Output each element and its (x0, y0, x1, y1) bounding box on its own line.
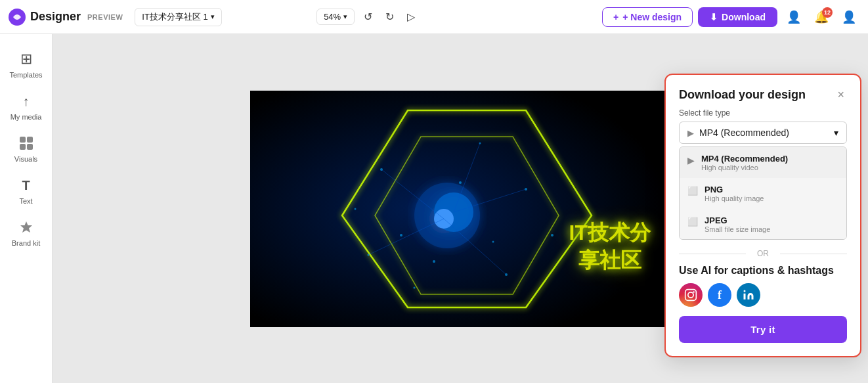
dropdown-item-png[interactable]: ⬜ PNG High quality image (680, 178, 846, 209)
design-title-text: IT技术分享社区 1 (142, 11, 207, 23)
zoom-value: 54% (324, 12, 341, 22)
svg-point-16 (414, 286, 416, 288)
file-type-dropdown: ▶ MP4 (Recommended) High quality video ⬜… (679, 146, 847, 240)
svg-point-21 (492, 240, 494, 242)
svg-rect-1 (20, 137, 26, 143)
notifications-button[interactable]: 🔔 12 (810, 7, 833, 27)
svg-point-17 (551, 234, 553, 237)
main-area: ⊞ Templates ↑ My media Visuals T Text Br… (0, 34, 868, 383)
new-design-label: + New design (622, 12, 682, 22)
design-title-button[interactable]: IT技术分享社区 1 ▾ (135, 8, 221, 26)
profile-icon: 👤 (842, 10, 856, 24)
topbar-right: + + New design ⬇ Download 👤 🔔 12 👤 (602, 7, 860, 27)
chevron-down-icon: ▾ (834, 127, 838, 138)
sidebar-item-label: Text (19, 197, 32, 205)
redo-button[interactable]: ↻ (381, 7, 398, 27)
text-icon: T (16, 176, 37, 194)
preview-badge: PREVIEW (87, 13, 123, 21)
app-logo: Designer PREVIEW (8, 8, 123, 26)
svg-point-18 (355, 208, 357, 210)
svg-point-20 (400, 234, 402, 237)
undo-button[interactable]: ↺ (360, 7, 376, 27)
or-divider: OR (679, 249, 847, 258)
video-format-icon: ▶ (687, 128, 694, 138)
app-name: Designer (30, 10, 81, 24)
sidebar-item-label: My media (11, 113, 42, 121)
dropdown-scroll[interactable]: ▶ MP4 (Recommended) High quality video ⬜… (680, 147, 846, 239)
linkedin-icon[interactable] (737, 283, 760, 307)
play-icon: ▷ (407, 11, 415, 23)
sidebar-item-visuals[interactable]: Visuals (4, 129, 49, 168)
visuals-icon (16, 134, 37, 152)
topbar: Designer PREVIEW IT技术分享社区 1 ▾ 54% ▾ ↺ ↻ … (0, 0, 868, 34)
sidebar-item-templates[interactable]: ⊞ Templates (4, 45, 49, 84)
dropdown-item-jpeg[interactable]: ⬜ JPEG Small file size image (680, 209, 846, 239)
canvas-image: IT技术分 享社区 (250, 91, 670, 327)
selected-file-type: MP4 (Recommended) (699, 127, 789, 138)
new-design-button[interactable]: + + New design (602, 7, 693, 27)
file-type-select-label: Select file type (679, 108, 847, 118)
my-media-icon: ↑ (16, 92, 37, 110)
png-icon: ⬜ (687, 186, 698, 196)
logo-icon (8, 8, 26, 26)
svg-point-29 (688, 292, 693, 298)
jpeg-icon: ⬜ (687, 217, 698, 227)
svg-point-30 (693, 291, 695, 293)
download-icon: ⬇ (710, 12, 718, 22)
canvas-area: IT技术分 享社区 Download your design × Select … (53, 34, 868, 383)
png-option-name: PNG (705, 185, 764, 194)
svg-rect-28 (685, 290, 697, 301)
sidebar-item-text[interactable]: T Text (4, 171, 49, 210)
share-icon: 👤 (787, 10, 801, 24)
sidebar-item-label: Templates (9, 71, 42, 79)
profile-button[interactable]: 👤 (838, 7, 860, 27)
mp4-icon: ▶ (687, 155, 695, 166)
hex-svg (250, 91, 670, 327)
notifications-badge: 12 (822, 7, 833, 18)
zoom-button[interactable]: 54% ▾ (316, 9, 355, 25)
panel-title: Download your design (679, 88, 806, 102)
svg-rect-2 (27, 137, 33, 143)
instagram-icon[interactable] (679, 283, 703, 307)
download-label: Download (722, 12, 766, 22)
file-type-select[interactable]: ▶ MP4 (Recommended) ▾ (679, 122, 847, 144)
share-button[interactable]: 👤 (783, 7, 805, 27)
svg-rect-3 (20, 144, 26, 150)
panel-header: Download your design × (679, 88, 847, 102)
facebook-icon[interactable]: f (708, 283, 731, 307)
sidebar-item-my-media[interactable]: ↑ My media (4, 87, 49, 126)
jpeg-option-name: JPEG (705, 215, 770, 225)
try-it-button[interactable]: Try it (679, 316, 847, 343)
chevron-down-icon: ▾ (343, 12, 347, 21)
canvas-content: IT技术分 享社区 (250, 91, 670, 327)
play-button[interactable]: ▷ (403, 7, 419, 27)
redo-icon: ↻ (385, 11, 394, 23)
svg-point-22 (433, 260, 435, 263)
undo-icon: ↺ (364, 11, 372, 23)
new-design-icon: + (613, 12, 618, 22)
brand-kit-icon (16, 218, 37, 237)
download-panel: Download your design × Select file type … (664, 74, 861, 357)
svg-point-31 (744, 290, 746, 292)
png-option-desc: High quality image (705, 194, 764, 202)
svg-rect-4 (27, 144, 33, 150)
social-icons: f (679, 283, 847, 307)
topbar-center: 54% ▾ ↺ ↻ ▷ (316, 7, 419, 27)
ai-section-title: Use AI for captions & hashtags (679, 265, 847, 277)
chevron-down-icon: ▾ (211, 12, 215, 21)
sidebar-item-label: Brand kit (12, 239, 40, 247)
jpeg-option-desc: Small file size image (705, 225, 770, 233)
mp4-option-desc: High quality video (701, 164, 788, 171)
close-panel-button[interactable]: × (835, 88, 847, 102)
sidebar: ⊞ Templates ↑ My media Visuals T Text Br… (0, 34, 53, 383)
svg-point-19 (459, 181, 462, 184)
sidebar-item-brand-kit[interactable]: Brand kit (4, 213, 49, 252)
mp4-option-name: MP4 (Recommended) (701, 154, 788, 164)
sidebar-item-label: Visuals (14, 155, 37, 163)
dropdown-item-mp4[interactable]: ▶ MP4 (Recommended) High quality video (680, 147, 846, 178)
download-button[interactable]: ⬇ Download (698, 7, 777, 27)
canvas-overlay-text: IT技术分 享社区 (569, 219, 651, 274)
templates-icon: ⊞ (16, 50, 37, 68)
